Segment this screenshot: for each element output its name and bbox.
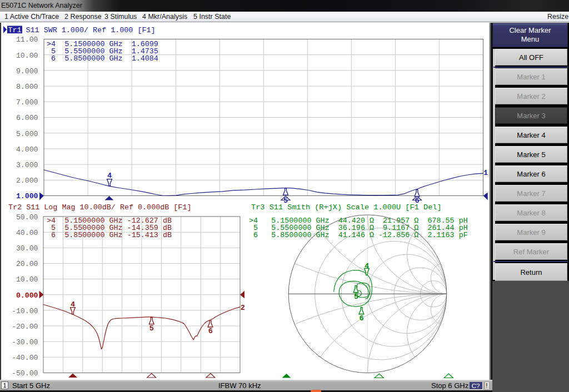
- svg-text:-40.00: -40.00: [12, 354, 38, 362]
- svg-text:1.000: 1.000: [16, 192, 38, 200]
- svg-text:5: 5: [354, 293, 358, 301]
- svg-text:9.000: 9.000: [16, 67, 38, 76]
- svg-text:0.000: 0.000: [16, 292, 38, 300]
- svg-text:7.000: 7.000: [16, 98, 38, 107]
- svg-text:4.000: 4.000: [16, 145, 38, 154]
- svg-text:10.00: 10.00: [16, 52, 38, 60]
- svg-text:-50.00: -50.00: [12, 369, 38, 378]
- svg-text:10.00: 10.00: [16, 275, 38, 284]
- svg-text:6: 6: [359, 314, 363, 323]
- svg-text:-20.00: -20.00: [12, 323, 38, 331]
- svg-text:50.00: 50.00: [16, 213, 38, 222]
- svg-text:40.00: 40.00: [16, 229, 38, 237]
- svg-text:Tr3 S11 Smith (R+jX) Scale 1.0: Tr3 S11 Smith (R+jX) Scale 1.000U [F1 De…: [251, 203, 442, 212]
- svg-text:2: 2: [241, 304, 245, 312]
- svg-text:S11 SWR 1.000/ Ref 1.000 [F1]: S11 SWR 1.000/ Ref 1.000 [F1]: [26, 26, 156, 34]
- svg-text:6 5.8500000 GHz 41.146 Ω -1: 6 5.8500000 GHz 41.146 Ω -12.856 Ω 2.116…: [249, 231, 468, 239]
- svg-text:5: 5: [149, 324, 154, 333]
- svg-text:3.000: 3.000: [16, 161, 38, 169]
- svg-text:6: 6: [208, 327, 213, 335]
- svg-text:6 5.8500000 GHz -15.413 dB: 6 5.8500000 GHz -15.413 dB: [47, 231, 172, 239]
- svg-text:-30.00: -30.00: [12, 338, 38, 346]
- svg-text:Tr1: Tr1: [8, 26, 22, 34]
- svg-text:30.00: 30.00: [16, 244, 38, 253]
- svg-text:20.00: 20.00: [16, 260, 38, 268]
- svg-text:1: 1: [483, 169, 488, 177]
- svg-text:6.000: 6.000: [16, 114, 38, 122]
- svg-text:6 5.8500000 GHz 1.4084: 6 5.8500000 GHz 1.4084: [47, 54, 158, 63]
- svg-text:2.000: 2.000: [16, 177, 38, 185]
- svg-text:5.000: 5.000: [16, 130, 38, 138]
- svg-text:8.000: 8.000: [16, 83, 38, 91]
- svg-text:4: 4: [107, 172, 112, 180]
- svg-text:Tr2 S11 Log Mag 10.00dB/ Ref 0: Tr2 S11 Log Mag 10.00dB/ Ref 0.000dB [F1…: [8, 203, 191, 212]
- svg-text:-10.00: -10.00: [12, 307, 38, 315]
- svg-text:11.00: 11.00: [16, 36, 38, 44]
